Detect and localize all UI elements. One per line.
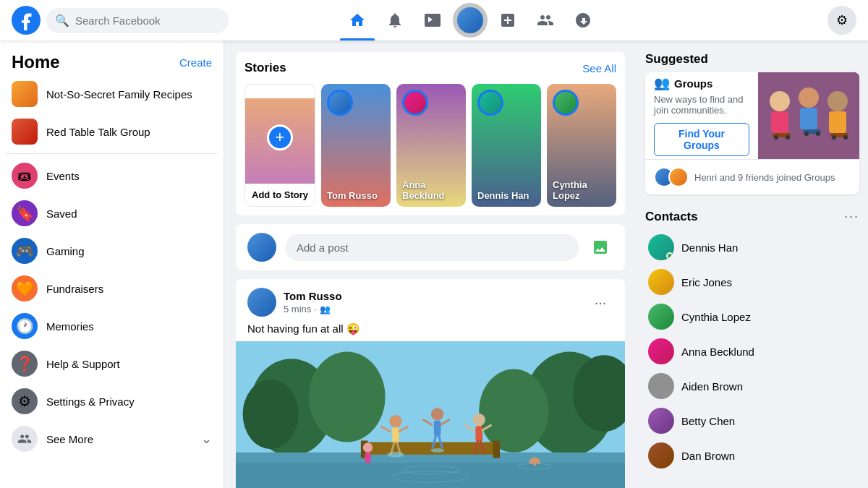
add-story-bottom: Add to Story (245, 184, 315, 206)
search-bar[interactable]: 🔍 (46, 8, 229, 33)
nav-bell-button[interactable] (378, 3, 412, 38)
svg-point-55 (843, 135, 848, 140)
post-box-avatar (247, 233, 276, 262)
settings-sidebar-icon: ⚙ (12, 388, 38, 414)
contact-dan-brown[interactable]: Dan Brown (645, 438, 859, 473)
story-cynthia-lopez[interactable]: Cynthia Lopez (547, 84, 616, 207)
find-groups-button[interactable]: Find Your Groups (654, 123, 749, 156)
svg-point-45 (827, 91, 848, 111)
dan-brown-name: Dan Brown (681, 450, 735, 462)
nav-messenger-button[interactable] (566, 3, 600, 38)
betty-chen-name: Betty Chen (681, 415, 735, 427)
settings-button[interactable]: ⚙ (827, 6, 856, 35)
sidebar-item-help[interactable]: ❓ Help & Support (6, 345, 218, 382)
add-story-card[interactable]: + Add to Story (244, 84, 315, 207)
story-anna-becklund[interactable]: Anna Becklund (396, 84, 466, 207)
svg-rect-35 (365, 453, 371, 463)
dennis-han-name: Dennis Han (681, 241, 738, 254)
contact-aiden-brown[interactable]: Aiden Brown (645, 369, 859, 403)
sidebar-item-gaming[interactable]: 🎮 Gaming (6, 232, 218, 270)
groups-name: Groups (674, 77, 712, 90)
post-photo-button[interactable] (587, 234, 613, 260)
story-tom-russo[interactable]: Tom Russo (321, 84, 391, 207)
sidebar-item-settings[interactable]: ⚙ Settings & Privacy (6, 382, 218, 420)
dennis-han-story-avatar (477, 90, 503, 116)
aiden-brown-avatar (648, 373, 674, 399)
add-post-button[interactable]: Add a post (285, 234, 579, 261)
facebook-logo-icon[interactable] (12, 6, 41, 35)
post-author-name[interactable]: Tom Russo (284, 290, 342, 302)
contact-anna-becklund[interactable]: Anna Becklund (645, 334, 859, 369)
stories-header: Stories See All (244, 61, 616, 75)
dennis-han-story-label: Dennis Han (477, 190, 535, 201)
contact-cynthia-lopez[interactable]: Cynthia Lopez (645, 299, 859, 334)
groups-icon-label: 👥 Groups (654, 75, 749, 91)
post-author-details: Tom Russo 5 mins · 👥 (284, 290, 342, 314)
groups-people-icon: 👥 (654, 75, 670, 91)
svg-point-54 (832, 135, 836, 140)
post-more-button[interactable]: ··· (587, 289, 613, 315)
nav-marketplace-button[interactable] (490, 3, 525, 38)
story-dennis-han[interactable]: Dennis Han (472, 84, 541, 207)
nav-left: 🔍 (12, 6, 229, 35)
svg-point-3 (309, 352, 386, 442)
search-input[interactable] (75, 14, 220, 27)
stories-title: Stories (244, 61, 286, 75)
svg-rect-46 (829, 111, 846, 133)
see-more-button[interactable]: See More ⌄ (6, 420, 218, 458)
svg-point-19 (431, 408, 443, 420)
contact-dennis-han[interactable]: Dennis Han (645, 230, 859, 265)
svg-point-51 (786, 135, 790, 140)
sidebar-item-fundraisers[interactable]: 🧡 Fundraisers (6, 270, 218, 307)
left-sidebar: Home Create Not-So-Secret Family Recipes… (0, 40, 224, 488)
cynthia-lopez-name: Cynthia Lopez (681, 311, 751, 323)
fundraisers-label: Fundraisers (46, 283, 103, 295)
nav-groups-button[interactable] (528, 3, 563, 38)
dennis-han-online-dot (666, 252, 673, 260)
nav-center (229, 3, 712, 38)
main-layout: Home Create Not-So-Secret Family Recipes… (0, 40, 868, 488)
groups-desc: New ways to find and join communities. (654, 94, 749, 116)
saved-label: Saved (46, 207, 77, 220)
fundraisers-icon: 🧡 (12, 275, 38, 301)
post-header: Tom Russo 5 mins · 👥 ··· (236, 279, 625, 322)
suggested-section: Suggested 👥 Groups New ways to find and … (645, 52, 859, 194)
red-table-avatar (12, 119, 38, 145)
see-more-chevron-icon: ⌄ (201, 431, 212, 447)
top-navigation: 🔍 ⚙ (0, 0, 868, 40)
sidebar-divider-1 (6, 153, 218, 154)
sidebar-header: Home Create (6, 46, 218, 75)
contacts-more-button[interactable]: ··· (844, 209, 859, 224)
dan-brown-avatar (648, 442, 674, 468)
groups-card-info: 👥 Groups New ways to find and join commu… (645, 72, 758, 159)
see-all-button[interactable]: See All (582, 62, 616, 74)
svg-point-52 (804, 132, 809, 136)
svg-point-32 (387, 452, 404, 458)
sidebar-item-not-so-secret[interactable]: Not-So-Secret Family Recipes (6, 75, 218, 113)
create-button[interactable]: Create (179, 56, 212, 69)
red-table-label: Red Table Talk Group (46, 126, 150, 138)
suggested-title: Suggested (645, 52, 859, 67)
post-author-info: Tom Russo 5 mins · 👥 (247, 288, 342, 317)
groups-card-top: 👥 Groups New ways to find and join commu… (645, 72, 859, 159)
nav-home-button[interactable] (340, 3, 375, 38)
post-friends-icon: 👥 (320, 304, 331, 314)
svg-rect-26 (475, 426, 482, 441)
sidebar-item-red-table[interactable]: Red Table Talk Group (6, 113, 218, 150)
groups-friends-row: Henri and 9 friends joined Groups (645, 159, 859, 194)
saved-icon: 🔖 (12, 200, 38, 226)
contact-eric-jones[interactable]: Eric Jones (645, 265, 859, 299)
anna-becklund-story-label: Anna Becklund (402, 179, 460, 201)
see-more-label: See More (46, 433, 93, 445)
contacts-title: Contacts (645, 210, 698, 224)
sidebar-item-events[interactable]: 🎟 Events (6, 157, 218, 194)
right-sidebar: Suggested 👥 Groups New ways to find and … (637, 40, 868, 488)
sidebar-item-saved[interactable]: 🔖 Saved (6, 194, 218, 232)
see-more-left: See More (12, 426, 93, 452)
nav-watch-button[interactable] (415, 3, 450, 38)
nav-profile-button[interactable] (453, 3, 488, 38)
nav-right: ⚙ (712, 6, 856, 35)
sidebar-item-memories[interactable]: 🕐 Memories (6, 307, 218, 345)
svg-point-34 (363, 442, 373, 452)
contact-betty-chen[interactable]: Betty Chen (645, 403, 859, 438)
